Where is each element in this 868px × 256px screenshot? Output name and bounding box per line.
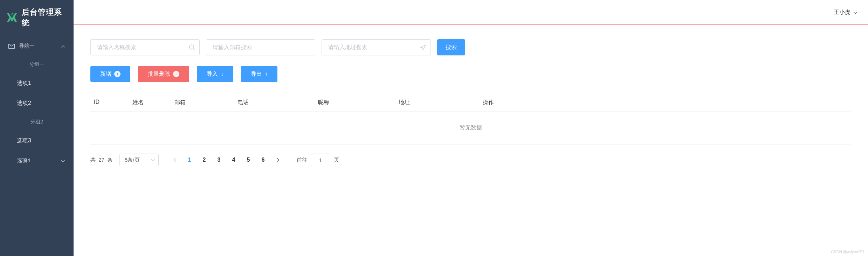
menu-item-option4[interactable]: 选项4 (0, 151, 74, 170)
pagination-next[interactable] (271, 154, 284, 166)
app-title: 后台管理系统 (22, 7, 67, 28)
table-header: ID 姓名 邮箱 电话 昵称 地址 操作 (90, 94, 851, 112)
menu-subgroup-2: 分组2 (0, 113, 74, 131)
col-nick: 昵称 (315, 99, 395, 106)
page-size-select[interactable]: 5条/页 (119, 154, 159, 166)
search-button-label: 搜索 (446, 44, 457, 51)
page-6[interactable]: 6 (257, 154, 269, 166)
batch-delete-button[interactable]: 批量删除 − (138, 66, 189, 82)
jump-suffix: 页 (334, 157, 339, 163)
address-search-input-wrapper (322, 39, 431, 55)
pagination-jump: 前往 页 (297, 154, 339, 166)
sidebar: 后台管理系统 导航一 分组一 选项1 选项2 分组2 选项3 选项4 (0, 0, 74, 256)
app-logo: 后台管理系统 (0, 0, 74, 36)
page-2[interactable]: 2 (198, 154, 211, 166)
page-5[interactable]: 5 (242, 154, 255, 166)
add-button[interactable]: 新增 + (90, 66, 130, 82)
user-dropdown[interactable]: 王小虎 (834, 9, 857, 16)
page-size-label: 5条/页 (125, 157, 140, 163)
jump-prefix: 前往 (297, 157, 307, 163)
import-label: 导入 (207, 70, 218, 78)
jump-input[interactable] (311, 154, 330, 166)
content: 搜索 新增 + 批量删除 − 导入 ↓ 导出 ↑ (74, 25, 868, 175)
search-row: 搜索 (90, 39, 851, 55)
topbar: 王小虎 (74, 0, 868, 25)
col-email: 邮箱 (171, 99, 234, 106)
vue-logo-icon (7, 13, 17, 22)
col-addr: 地址 (395, 99, 479, 106)
col-phone: 电话 (234, 99, 315, 106)
mail-icon (8, 44, 15, 49)
main: 王小虎 (74, 0, 868, 256)
import-button[interactable]: 导入 ↓ (197, 66, 233, 82)
address-search-input[interactable] (322, 40, 430, 55)
svg-point-1 (190, 45, 194, 49)
search-button[interactable]: 搜索 (437, 39, 465, 55)
minus-icon: − (173, 71, 179, 77)
plus-icon: + (114, 71, 120, 77)
page-3[interactable]: 3 (213, 154, 225, 166)
table-empty: 暂无数据 (90, 112, 851, 144)
email-search-input-wrapper (206, 39, 315, 55)
add-button-label: 新增 (100, 70, 111, 78)
menu-group-label: 导航一 (19, 43, 61, 49)
menu-item-option2[interactable]: 选项2 (0, 93, 74, 113)
menu-item-option1[interactable]: 选项1 (0, 73, 74, 93)
chevron-down-icon (151, 159, 155, 161)
action-row: 新增 + 批量删除 − 导入 ↓ 导出 ↑ (90, 66, 851, 82)
export-button[interactable]: 导出 ↑ (241, 66, 277, 82)
data-table: ID 姓名 邮箱 电话 昵称 地址 操作 暂无数据 (90, 94, 851, 144)
sidebar-menu: 导航一 分组一 选项1 选项2 分组2 选项3 选项4 (0, 36, 74, 256)
chevron-down-icon (61, 157, 65, 163)
col-name: 姓名 (129, 99, 171, 106)
page-4[interactable]: 4 (227, 154, 240, 166)
col-op: 操作 (479, 99, 521, 106)
batch-delete-label: 批量删除 (148, 70, 170, 78)
arrow-up-icon: ↑ (265, 71, 268, 77)
chevron-right-icon (276, 158, 279, 162)
page-1[interactable]: 1 (183, 154, 196, 166)
location-icon[interactable] (420, 44, 426, 50)
menu-group-nav1[interactable]: 导航一 (0, 36, 74, 56)
arrow-down-icon: ↓ (221, 71, 223, 77)
menu-item-label: 选项4 (17, 157, 61, 164)
chevron-up-icon (61, 43, 65, 49)
pagination-prev[interactable] (168, 154, 181, 166)
name-search-input[interactable] (91, 40, 199, 55)
pagination: 共 27 条 5条/页 1 2 3 4 5 6 (90, 144, 851, 175)
export-label: 导出 (251, 70, 262, 78)
name-search-input-wrapper (90, 39, 200, 55)
pagination-total: 共 27 条 (90, 157, 112, 163)
email-search-input[interactable] (206, 40, 315, 55)
menu-item-option3[interactable]: 选项3 (0, 131, 74, 151)
watermark: CSDN @wdyan297 (831, 250, 864, 254)
chevron-left-icon (173, 158, 176, 162)
menu-subgroup-1: 分组一 (0, 56, 74, 73)
col-id: ID (90, 99, 129, 106)
user-name: 王小虎 (834, 9, 850, 16)
search-icon[interactable] (189, 44, 195, 50)
chevron-down-icon (853, 9, 857, 15)
